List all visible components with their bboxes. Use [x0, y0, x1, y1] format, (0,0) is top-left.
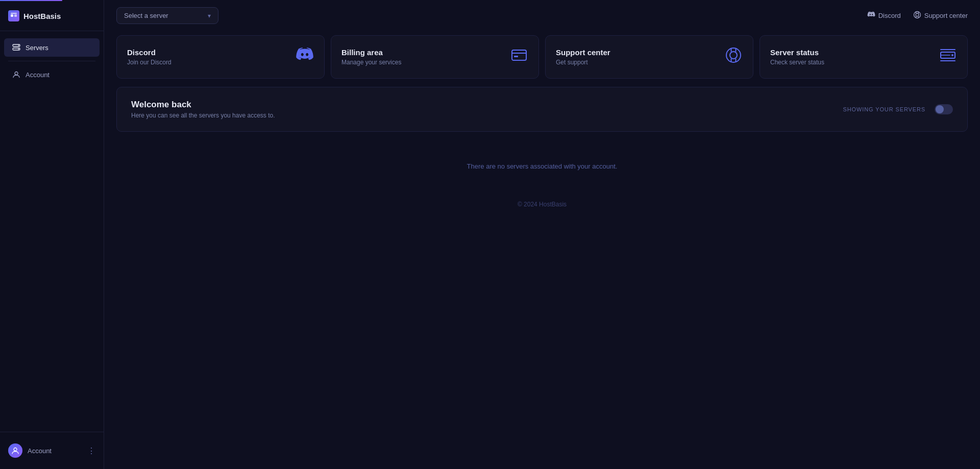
showing-servers-toggle[interactable] [935, 104, 953, 114]
more-icon: ⋮ [87, 446, 95, 456]
toggle-knob [936, 105, 944, 113]
topbar-discord-link[interactable]: Discord [867, 11, 901, 20]
sidebar-header: HostBasis [0, 1, 104, 31]
content-area: Discord Join our Discord Billing area Ma… [104, 31, 980, 469]
brand-icon [8, 10, 19, 21]
svg-rect-15 [512, 50, 526, 60]
brand: HostBasis [8, 10, 95, 21]
card-discord-text: Discord Join our Discord [127, 48, 172, 66]
svg-point-8 [14, 448, 17, 451]
svg-point-9 [914, 12, 920, 18]
servers-icon [12, 43, 20, 52]
card-billing-text: Billing area Manage your services [341, 48, 401, 66]
chevron-down-icon: ▾ [208, 12, 211, 19]
server-select-dropdown[interactable]: Select a server ▾ [116, 7, 218, 24]
lifebuoy-icon [913, 11, 921, 20]
svg-rect-17 [514, 56, 518, 57]
svg-rect-2 [11, 13, 17, 14]
card-server-status[interactable]: Server status Check server status [760, 35, 968, 79]
card-discord-icon [296, 46, 314, 68]
showing-label: SHOWING YOUR SERVERS [843, 106, 925, 112]
card-billing-title: Billing area [341, 48, 401, 57]
card-server-status-text: Server status Check server status [770, 48, 824, 66]
svg-point-6 [18, 49, 19, 50]
brand-name: HostBasis [23, 12, 61, 20]
welcome-text: Welcome back Here you can see all the se… [131, 100, 275, 119]
sidebar: HostBasis Servers Accoun [0, 0, 104, 469]
card-support-subtitle: Get support [556, 59, 610, 66]
sidebar-divider [8, 61, 95, 61]
svg-point-5 [18, 45, 19, 46]
welcome-banner: Welcome back Here you can see all the se… [116, 87, 968, 132]
svg-point-10 [916, 13, 919, 16]
welcome-title: Welcome back [131, 100, 275, 110]
card-billing-subtitle: Manage your services [341, 59, 401, 66]
svg-point-18 [726, 48, 741, 62]
card-server-status-title: Server status [770, 48, 824, 57]
topbar: Select a server ▾ Discord [104, 0, 980, 31]
account-label: Account [28, 447, 82, 455]
svg-point-7 [15, 72, 18, 75]
card-support[interactable]: Support center Get support [545, 35, 753, 79]
account-icon [12, 71, 20, 79]
server-select-text: Select a server [124, 12, 168, 19]
avatar [8, 443, 22, 458]
discord-icon [867, 11, 875, 20]
svg-point-27 [951, 54, 953, 56]
sidebar-item-servers-label: Servers [26, 44, 48, 52]
cards-row: Discord Join our Discord Billing area Ma… [116, 35, 968, 79]
svg-rect-0 [11, 14, 13, 17]
card-support-text: Support center Get support [556, 48, 610, 66]
topbar-discord-label: Discord [878, 12, 901, 19]
topbar-right: Discord Support center [867, 11, 968, 20]
account-bottom-item[interactable]: Account ⋮ [4, 438, 100, 463]
svg-rect-1 [14, 14, 17, 17]
card-support-icon [724, 46, 743, 68]
topbar-support-label: Support center [924, 12, 968, 19]
main-content: Select a server ▾ Discord [104, 0, 980, 469]
sidebar-nav: Servers Account [0, 31, 104, 432]
toggle-wrapper: SHOWING YOUR SERVERS [843, 104, 953, 114]
topbar-support-link[interactable]: Support center [913, 11, 968, 20]
card-support-title: Support center [556, 48, 610, 57]
footer-text: © 2024 HostBasis [518, 201, 567, 208]
card-billing[interactable]: Billing area Manage your services [331, 35, 539, 79]
card-server-status-icon [939, 46, 957, 68]
sidebar-item-servers[interactable]: Servers [4, 38, 100, 57]
card-discord[interactable]: Discord Join our Discord [116, 35, 325, 79]
card-discord-subtitle: Join our Discord [127, 59, 172, 66]
sidebar-item-account-label: Account [26, 71, 50, 79]
card-server-status-subtitle: Check server status [770, 59, 824, 66]
card-billing-icon [510, 46, 528, 68]
card-discord-title: Discord [127, 48, 172, 57]
footer: © 2024 HostBasis [116, 191, 968, 213]
sidebar-item-account[interactable]: Account [4, 65, 100, 84]
empty-state: There are no servers associated with you… [116, 142, 968, 191]
empty-state-text: There are no servers associated with you… [116, 162, 968, 170]
sidebar-bottom: Account ⋮ [0, 432, 104, 469]
svg-point-19 [730, 52, 737, 59]
welcome-description: Here you can see all the servers you hav… [131, 112, 275, 119]
